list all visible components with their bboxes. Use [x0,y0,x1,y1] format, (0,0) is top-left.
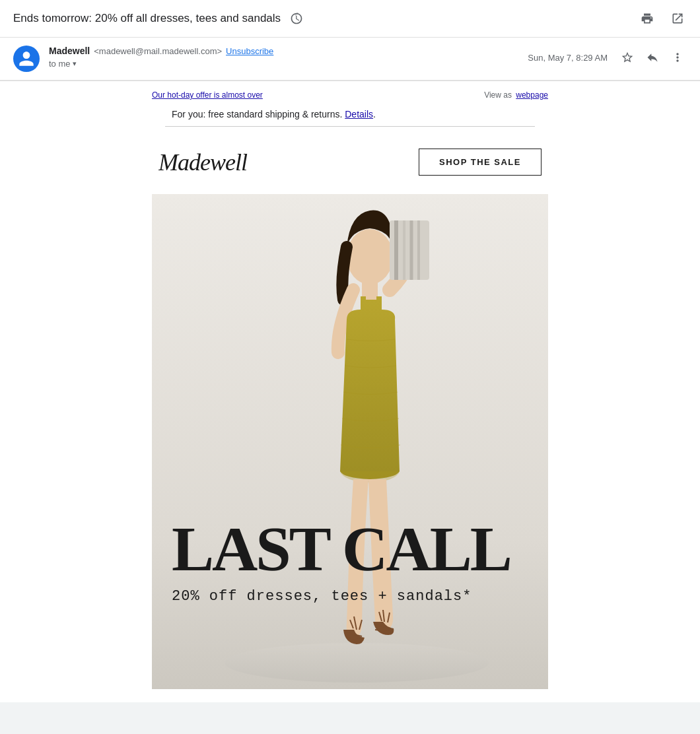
snooze-button[interactable] [287,9,306,28]
reply-button[interactable] [643,48,662,67]
email-content: Madewell SHOP THE SALE [152,127,548,689]
chevron-down-icon: ▾ [73,59,77,68]
hero-container[interactable]: LAST CALL 20% off dresses, tees + sandal… [152,194,548,689]
subject-actions [638,9,687,28]
more-options-icon [671,51,684,64]
email-body: Our hot-day offer is almost over View as… [0,81,700,702]
view-as-label: View as [484,90,512,100]
svg-text:LAST CALL: LAST CALL [172,514,510,584]
open-external-icon [671,12,684,25]
svg-text:20% off dresses, tees + sandal: 20% off dresses, tees + sandals* [172,588,472,605]
star-icon [621,51,634,64]
shipping-text: For you: free standard shipping & return… [172,109,342,119]
subject-bar: Ends tomorrow: 20% off all dresses, tees… [0,0,700,38]
unsubscribe-link[interactable]: Unsubscribe [226,46,273,56]
webpage-link[interactable]: webpage [516,90,548,100]
avatar [13,46,40,72]
print-icon [641,12,654,25]
subject-text: Ends tomorrow: 20% off all dresses, tees… [13,12,281,25]
sender-bar: Madewell <madewell@mail.madewell.com> Un… [0,38,700,81]
avatar-icon [16,48,37,69]
sender-info-left: Madewell <madewell@mail.madewell.com> Un… [13,46,273,72]
brand-logo: Madewell [158,143,291,181]
reply-icon [646,51,659,64]
sender-details: Madewell <madewell@mail.madewell.com> Un… [49,46,273,69]
sender-name: Madewell [49,46,90,56]
sender-email: <madewell@mail.madewell.com> [94,46,222,56]
svg-point-3 [347,229,393,284]
snooze-icon [290,12,303,25]
svg-point-2 [225,643,489,683]
svg-text:Madewell: Madewell [158,149,248,176]
print-button[interactable] [638,9,656,28]
open-external-button[interactable] [668,9,687,28]
sender-actions-right: Sun, May 7, 8:29 AM [528,46,687,67]
shop-sale-button[interactable]: SHOP THE SALE [419,149,542,176]
shipping-details-link[interactable]: Details [345,109,373,119]
to-me-dropdown[interactable]: to me ▾ [49,59,273,69]
madewell-logo-svg: Madewell [158,143,291,176]
email-timestamp: Sun, May 7, 8:29 AM [528,53,608,63]
hero-visual: LAST CALL 20% off dresses, tees + sandal… [152,194,548,689]
email-header: Madewell SHOP THE SALE [152,127,548,194]
hero-illustration: LAST CALL 20% off dresses, tees + sandal… [152,194,548,689]
more-options-button[interactable] [668,48,687,67]
star-button[interactable] [618,48,637,67]
hot-day-offer-link[interactable]: Our hot-day offer is almost over [152,90,263,100]
